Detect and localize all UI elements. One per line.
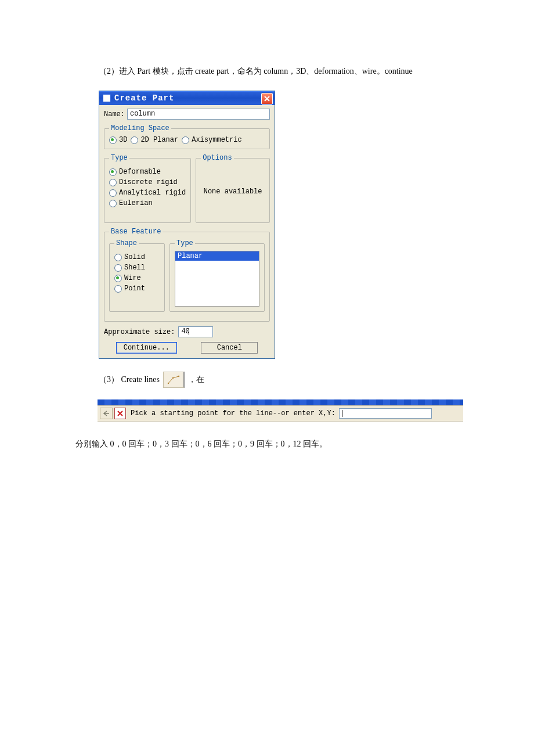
radio-label: Wire (124, 274, 141, 282)
radio-label: 3D (119, 136, 127, 144)
base-type-listbox[interactable]: Planar (175, 251, 259, 307)
radio-icon (109, 168, 117, 176)
radio-icon (182, 136, 189, 144)
base-type-group: Type Planar (169, 239, 265, 312)
name-label: Name: (104, 110, 125, 118)
base-type-legend: Type (175, 239, 195, 247)
modeling-space-group: Modeling Space 3D 2D Planar Axisymmetric (104, 124, 270, 149)
create-lines-tool-icon[interactable] (163, 372, 185, 388)
type-legend: Type (109, 154, 129, 162)
instruction-step-2: （2）进入 Part 模块，点击 create part，命名为 column，… (99, 66, 499, 77)
radio-label: Point (124, 285, 145, 293)
radio-label: Solid (124, 253, 145, 261)
base-feature-group: Base Feature Shape Solid Shell (104, 228, 270, 322)
radio-label: Discrete rigid (119, 178, 178, 186)
radio-label: Deformable (119, 168, 161, 176)
prompt-message: Pick a starting point for the line--or e… (131, 409, 335, 417)
instruction-step-3-prefix: （3） Create lines (99, 375, 160, 385)
dialog-titlebar[interactable]: Create Part (99, 91, 275, 105)
instruction-step-3-suffix: ，在 (188, 375, 204, 385)
shape-legend: Shape (114, 239, 139, 247)
options-text: None available (201, 165, 265, 218)
back-button[interactable] (100, 408, 113, 419)
type-option-planar[interactable]: Planar (175, 251, 259, 261)
name-input[interactable]: column (127, 109, 270, 120)
approx-size-input[interactable]: 40 (178, 326, 213, 337)
radio-label: Shell (124, 264, 145, 272)
radio-axisymmetric[interactable]: Axisymmetric (182, 136, 241, 144)
options-group: Options None available (196, 154, 270, 223)
radio-label: Eulerian (119, 199, 153, 207)
radio-shell[interactable]: Shell (114, 264, 160, 272)
radio-icon (109, 189, 117, 197)
arrow-left-icon (102, 410, 110, 417)
create-part-dialog: Create Part Name: column Modeling Space … (99, 91, 275, 359)
toolbar-strip (98, 399, 463, 405)
radio-icon (131, 136, 138, 144)
type-group: Type Deformable Discrete rigid Analyt (104, 154, 191, 223)
cancel-x-button[interactable] (114, 408, 126, 419)
cancel-button[interactable]: Cancel (201, 342, 258, 354)
shape-group: Shape Solid Shell (109, 239, 165, 312)
radio-2d-planar[interactable]: 2D Planar (131, 136, 178, 144)
radio-solid[interactable]: Solid (114, 253, 160, 261)
prompt-input[interactable] (339, 408, 432, 419)
radio-icon (114, 275, 122, 282)
modeling-space-legend: Modeling Space (109, 124, 171, 132)
instruction-input-values: 分别输入 0，0 回车；0，3 回车；0，6 回车；0，9 回车；0，12 回车… (75, 439, 499, 449)
dialog-title: Create Part (114, 93, 174, 103)
continue-button[interactable]: Continue... (116, 342, 177, 354)
approx-size-label: Approximate size: (104, 328, 175, 336)
dialog-icon (103, 94, 111, 102)
radio-icon (114, 254, 122, 261)
radio-discrete-rigid[interactable]: Discrete rigid (109, 178, 186, 186)
radio-eulerian[interactable]: Eulerian (109, 199, 186, 207)
radio-3d[interactable]: 3D (109, 136, 127, 144)
radio-deformable[interactable]: Deformable (109, 168, 186, 176)
radio-analytical-rigid[interactable]: Analytical rigid (109, 189, 186, 197)
radio-wire[interactable]: Wire (114, 274, 160, 282)
radio-label: Axisymmetric (192, 136, 241, 144)
close-icon (264, 95, 270, 102)
radio-label: Analytical rigid (119, 189, 186, 197)
base-feature-legend: Base Feature (109, 228, 163, 236)
x-icon (117, 410, 124, 417)
prompt-bar: Pick a starting point for the line--or e… (98, 405, 463, 422)
radio-icon (114, 264, 122, 272)
radio-icon (109, 179, 117, 186)
radio-icon (109, 136, 117, 144)
radio-point[interactable]: Point (114, 285, 160, 293)
options-legend: Options (201, 154, 233, 162)
radio-icon (114, 285, 122, 293)
radio-label: 2D Planar (140, 136, 178, 144)
close-button[interactable] (261, 93, 273, 105)
radio-icon (109, 200, 117, 207)
